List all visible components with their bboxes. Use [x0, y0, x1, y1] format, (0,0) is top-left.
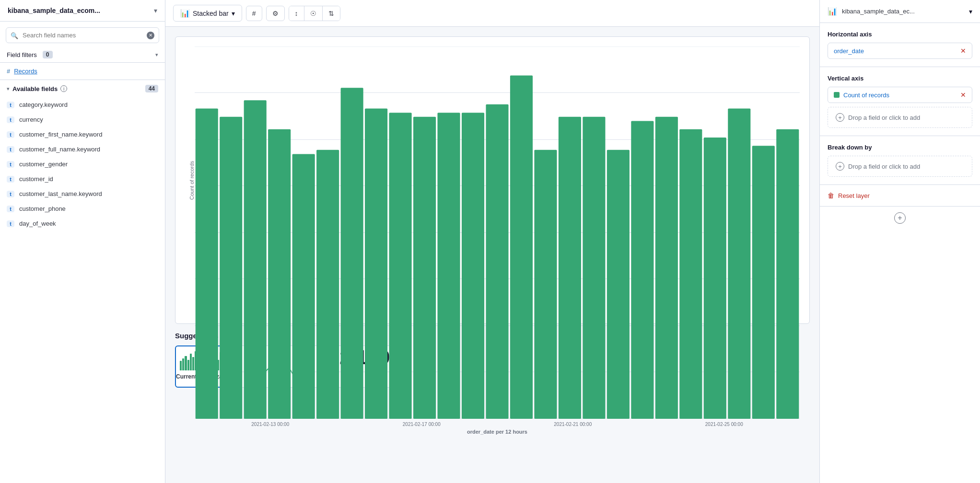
trash-icon: 🗑: [828, 192, 834, 199]
field-item[interactable]: t customer_first_name.keyword: [0, 127, 165, 142]
x-label-1: 2021-02-13 00:00: [251, 422, 289, 427]
horizontal-axis-section: Horizontal axis order_date ✕: [820, 23, 980, 67]
vertical-axis-field[interactable]: Count of records ✕: [828, 87, 972, 103]
vertical-axis-field-name: Count of records: [843, 92, 957, 99]
chart-type-label: Stacked bar: [193, 10, 229, 17]
chevron-down-icon: ▾: [969, 8, 972, 15]
break-down-by-section: Break down by + Drop a field or click to…: [820, 136, 980, 185]
field-type-badge: t: [7, 146, 14, 153]
svg-rect-32: [534, 150, 557, 419]
svg-rect-38: [679, 129, 702, 419]
bars-area: 0 10 20 30 40 50 60 70 80: [195, 46, 800, 419]
fields-list: t category.keyword t currency t customer…: [0, 95, 165, 483]
svg-rect-31: [510, 75, 533, 419]
search-input[interactable]: [6, 27, 159, 43]
drop-field-label-1: Drop a field or click to add: [848, 114, 920, 121]
horizontal-axis-field[interactable]: order_date ✕: [828, 43, 972, 59]
svg-rect-36: [631, 121, 653, 419]
x-axis-title: order_date per 12 hours: [195, 427, 800, 435]
field-name: day_of_week: [19, 220, 56, 227]
vert-color-swatch: [834, 92, 840, 98]
svg-rect-27: [413, 117, 436, 419]
add-layer-button[interactable]: +: [820, 206, 980, 230]
field-item[interactable]: t customer_id: [0, 172, 165, 186]
right-panel-index-name: kibana_sample_data_ec...: [842, 8, 915, 15]
records-label: Records: [14, 68, 37, 75]
chevron-down-icon: ▾: [232, 10, 235, 17]
sort-desc-button[interactable]: ⇅: [323, 6, 340, 21]
plus-circle-icon: +: [894, 212, 906, 224]
svg-rect-41: [752, 146, 775, 419]
right-panel: 📊 kibana_sample_data_ec... ▾ Horizontal …: [819, 0, 980, 483]
field-item[interactable]: t customer_full_name.keyword: [0, 142, 165, 157]
field-name: category.keyword: [19, 101, 68, 108]
vertical-axis-remove-button[interactable]: ✕: [960, 91, 966, 99]
settings-toolbar-button[interactable]: ⚙: [266, 6, 285, 21]
svg-rect-20: [244, 100, 267, 419]
x-label-4: 2021-02-25 00:00: [705, 422, 743, 427]
horizontal-axis-field-name: order_date: [834, 47, 864, 55]
available-fields-label: Available fields: [12, 85, 58, 92]
toolbar: 📊 Stacked bar ▾ # ⚙ ↕ ☉ ⇅: [165, 0, 819, 27]
field-item[interactable]: t currency: [0, 112, 165, 127]
vertical-axis-label: Vertical axis: [828, 75, 972, 82]
horizontal-axis-label: Horizontal axis: [828, 31, 972, 38]
center-panel: 📊 Stacked bar ▾ # ⚙ ↕ ☉ ⇅ Count of recor…: [165, 0, 819, 483]
search-icon: 🔍: [11, 32, 18, 39]
chart-area: Count of records: [165, 27, 819, 483]
field-type-badge: t: [7, 102, 14, 108]
x-label-2: 2021-02-17 00:00: [403, 422, 441, 427]
field-filters[interactable]: Field filters 0 ▾: [0, 47, 165, 63]
mini-bar: [180, 361, 182, 370]
field-item[interactable]: t customer_gender: [0, 157, 165, 172]
field-filters-count: 0: [43, 51, 53, 58]
reset-layer-button[interactable]: 🗑 Reset layer: [820, 185, 980, 206]
field-type-badge: t: [7, 206, 14, 212]
break-down-by-label: Break down by: [828, 144, 972, 151]
svg-rect-34: [583, 117, 605, 419]
breakdown-drop-field[interactable]: + Drop a field or click to add: [828, 156, 972, 177]
x-axis-labels: 2021-02-13 00:00 2021-02-17 00:00 2021-0…: [195, 419, 800, 427]
chart-content: 0 10 20 30 40 50 60 70 80 2021-02-13 00:…: [195, 46, 800, 314]
available-fields-header: ▾ Available fields i 44: [0, 80, 165, 95]
field-type-badge: t: [7, 220, 14, 227]
search-clear-button[interactable]: ✕: [147, 32, 154, 39]
svg-rect-18: [196, 109, 218, 419]
svg-rect-26: [389, 113, 412, 419]
hash-toolbar-button[interactable]: #: [246, 6, 262, 21]
sort-button-group: ↕ ☉ ⇅: [289, 6, 340, 21]
sort-hand-button[interactable]: ☉: [304, 6, 323, 21]
horizontal-axis-remove-button[interactable]: ✕: [960, 47, 966, 55]
chart-type-button[interactable]: 📊 Stacked bar ▾: [173, 5, 242, 22]
field-name: customer_full_name.keyword: [19, 146, 100, 153]
records-row[interactable]: # Records: [7, 68, 158, 75]
svg-rect-39: [704, 138, 726, 419]
plus-icon: +: [836, 113, 844, 122]
svg-rect-33: [559, 117, 581, 419]
main-chart-bars-svg: [195, 46, 800, 419]
reset-layer-label: Reset layer: [838, 192, 870, 199]
field-type-badge: t: [7, 116, 14, 123]
svg-rect-23: [316, 150, 339, 419]
info-icon[interactable]: i: [60, 85, 67, 92]
field-item[interactable]: t day_of_week: [0, 216, 165, 231]
field-filters-label: Field filters: [7, 51, 37, 58]
hash-icon: #: [7, 68, 10, 75]
bar-chart-icon: 📊: [180, 9, 190, 18]
svg-rect-29: [462, 113, 484, 419]
index-selector[interactable]: kibana_sample_data_ecom... ▾: [0, 0, 165, 22]
field-name: customer_id: [19, 175, 53, 183]
svg-rect-19: [220, 117, 242, 419]
field-item[interactable]: t category.keyword: [0, 97, 165, 112]
right-panel-index-selector[interactable]: kibana_sample_data_ec... ▾: [842, 8, 972, 15]
available-fields-count: 44: [145, 85, 158, 92]
field-type-badge: t: [7, 161, 14, 168]
search-box: 🔍 ✕: [6, 27, 159, 43]
field-item[interactable]: t customer_last_name.keyword: [0, 186, 165, 201]
sort-asc-button[interactable]: ↕: [289, 6, 304, 21]
mini-bar: [192, 357, 194, 370]
vertical-drop-field[interactable]: + Drop a field or click to add: [828, 107, 972, 128]
field-name: customer_gender: [19, 161, 68, 168]
chevron-down-icon: ▾: [154, 7, 157, 14]
field-item[interactable]: t customer_phone: [0, 201, 165, 216]
